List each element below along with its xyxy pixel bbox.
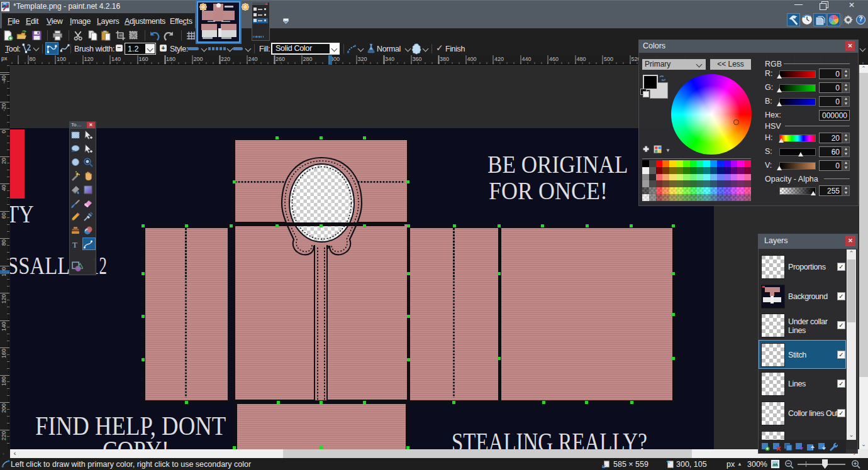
svg-text:T: T bbox=[72, 240, 77, 249]
